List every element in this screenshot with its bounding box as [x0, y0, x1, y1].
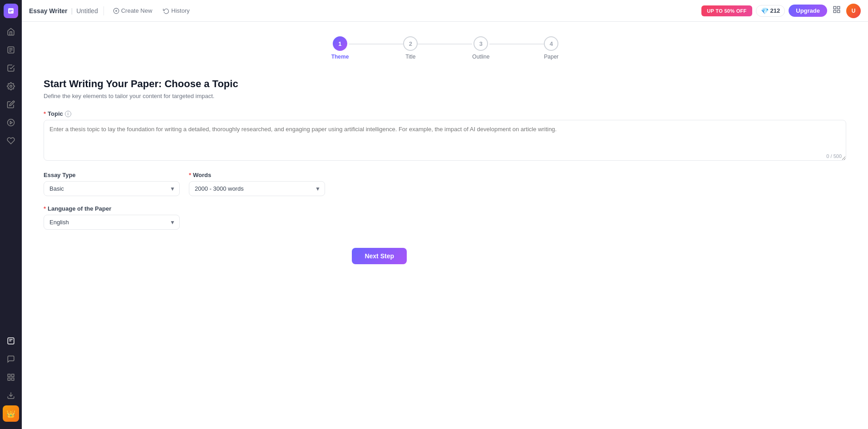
sidebar: 👑 [0, 0, 22, 429]
sidebar-item-audio[interactable] [3, 114, 19, 131]
plus-circle-icon [113, 8, 119, 14]
svg-rect-16 [8, 378, 10, 380]
language-select-wrapper: English Spanish French German Italian ▼ [44, 215, 180, 230]
form-title: Start Writing Your Paper: Choose a Topic [44, 78, 846, 90]
topic-textarea-wrapper: 0 / 500 [44, 120, 846, 163]
sidebar-item-favorites[interactable] [3, 133, 19, 149]
words-field-group: * Words 500 - 1000 words 1000 - 1500 wor… [189, 172, 325, 196]
history-icon [163, 8, 169, 14]
upgrade-button[interactable]: Upgrade [789, 5, 827, 17]
step-circle-4: 4 [544, 36, 558, 51]
credits-count: 212 [770, 7, 780, 14]
stepper: 1 Theme 2 Title 3 Outline 4 Paper [44, 36, 846, 60]
char-count: 0 / 500 [826, 153, 842, 159]
content-area: 1 Theme 2 Title 3 Outline 4 Paper Start … [22, 22, 868, 429]
sidebar-item-docs[interactable] [3, 42, 19, 58]
step-circle-3: 3 [473, 36, 488, 51]
sidebar-item-template[interactable] [3, 369, 19, 385]
next-step-button[interactable]: Next Step [352, 248, 407, 264]
sidebar-item-settings[interactable] [3, 78, 19, 94]
next-step-row: Next Step [44, 248, 407, 264]
step-paper: 4 Paper [544, 36, 558, 60]
grid-icon[interactable] [831, 4, 843, 18]
sidebar-item-edit[interactable] [3, 96, 19, 113]
sidebar-item-tasks[interactable] [3, 60, 19, 76]
essay-type-select-wrapper: Basic Argumentative Descriptive Exposito… [44, 181, 180, 196]
topic-info-icon[interactable]: i [65, 111, 71, 117]
doc-name: Untitled [76, 7, 98, 15]
create-new-button[interactable]: Create New [109, 5, 156, 16]
required-star-language: * [44, 205, 46, 212]
step-outline: 3 Outline [472, 36, 489, 60]
step-label-theme: Theme [331, 54, 349, 60]
step-circle-2: 2 [403, 36, 418, 51]
step-line-1 [349, 44, 403, 44]
sidebar-item-chat[interactable] [3, 351, 19, 367]
svg-rect-24 [838, 10, 840, 13]
app-name: Essay Writer [29, 7, 68, 15]
topbar-right: UP TO 50% OFF 💎 212 Upgrade U [701, 4, 861, 18]
svg-rect-13 [8, 374, 10, 376]
step-line-3 [489, 44, 544, 44]
sidebar-item-download[interactable] [3, 387, 19, 404]
step-line-2 [418, 44, 472, 44]
step-label-paper: Paper [544, 54, 558, 60]
words-label: * Words [189, 172, 325, 178]
credits-badge: 💎 212 [756, 5, 785, 17]
essay-type-field-group: Essay Type Basic Argumentative Descripti… [44, 172, 180, 196]
sidebar-item-premium[interactable]: 👑 [3, 405, 19, 422]
required-star-words: * [189, 172, 191, 178]
step-label-title: Title [405, 54, 415, 60]
user-avatar[interactable]: U [846, 4, 861, 18]
topbar: Essay Writer | Untitled Create New Histo… [22, 0, 868, 22]
discount-button[interactable]: UP TO 50% OFF [701, 5, 752, 16]
separator: | [71, 7, 73, 15]
diamond-icon: 💎 [761, 7, 769, 15]
sidebar-item-home[interactable] [3, 24, 19, 40]
topic-field-group: * Topic i 0 / 500 [44, 110, 846, 163]
topic-textarea[interactable] [44, 120, 846, 161]
app-logo[interactable] [4, 4, 18, 18]
svg-rect-14 [12, 374, 14, 376]
main-wrapper: Essay Writer | Untitled Create New Histo… [22, 0, 868, 429]
words-select-wrapper: 500 - 1000 words 1000 - 1500 words 1500 … [189, 181, 325, 196]
svg-rect-15 [12, 378, 14, 380]
svg-marker-9 [10, 121, 13, 124]
svg-rect-22 [838, 6, 840, 9]
svg-rect-2 [9, 11, 11, 12]
step-label-outline: Outline [472, 54, 489, 60]
topbar-divider [104, 6, 104, 15]
essay-type-label: Essay Type [44, 172, 180, 178]
language-label: * Language of the Paper [44, 205, 180, 212]
required-star-topic: * [44, 110, 46, 117]
svg-rect-0 [8, 8, 14, 14]
form-subtitle: Define the key elements to tailor your c… [44, 93, 846, 99]
topic-label: * Topic i [44, 110, 846, 117]
svg-point-8 [8, 119, 15, 126]
svg-rect-21 [833, 6, 836, 9]
svg-rect-1 [9, 10, 13, 11]
language-field-group: * Language of the Paper English Spanish … [44, 205, 180, 230]
svg-rect-23 [833, 10, 836, 13]
step-title: 2 Title [403, 36, 418, 60]
step-theme: 1 Theme [331, 36, 349, 60]
essay-words-row: Essay Type Basic Argumentative Descripti… [44, 172, 325, 196]
svg-point-7 [10, 85, 12, 88]
step-circle-1: 1 [333, 36, 347, 51]
sidebar-item-essay[interactable] [3, 333, 19, 349]
words-select[interactable]: 500 - 1000 words 1000 - 1500 words 1500 … [189, 181, 325, 196]
history-button[interactable]: History [159, 5, 193, 16]
language-select[interactable]: English Spanish French German Italian [44, 215, 180, 230]
essay-type-select[interactable]: Basic Argumentative Descriptive Exposito… [44, 181, 180, 196]
